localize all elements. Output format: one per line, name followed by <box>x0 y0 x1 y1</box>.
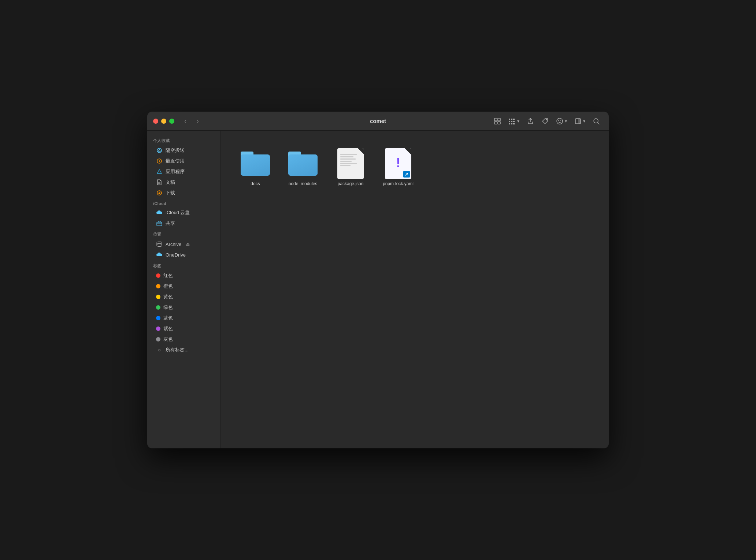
archive-icon <box>156 241 163 247</box>
file-item-node-modules[interactable]: node_modules <box>283 145 323 190</box>
svg-rect-7 <box>509 121 510 122</box>
view-icon-button[interactable] <box>491 115 504 128</box>
docs-icon <box>156 179 163 186</box>
icloud-icon <box>156 209 163 216</box>
file-item-package-json[interactable]: package.json <box>330 145 371 190</box>
sidebar-label-tag-all: 所有标签... <box>166 347 189 353</box>
tag-orange-dot <box>156 284 160 288</box>
svg-rect-6 <box>513 119 515 120</box>
sidebar-item-shared[interactable]: 共享 <box>150 218 217 228</box>
sidebar-label-tag-red: 红色 <box>163 272 173 279</box>
tag-all-icon: ○ <box>156 347 163 353</box>
svg-point-15 <box>558 120 559 121</box>
sidebar-item-tag-purple[interactable]: 紫色 <box>150 324 217 334</box>
svg-point-26 <box>157 242 162 244</box>
svg-rect-2 <box>494 122 497 124</box>
tag-red-dot <box>156 273 160 278</box>
preview-button[interactable]: ▾ <box>571 115 588 128</box>
sidebar-item-downloads[interactable]: 下载 <box>150 188 217 198</box>
json-file-lines <box>340 154 361 166</box>
tag-button[interactable] <box>538 115 552 128</box>
sidebar-item-recents[interactable]: 最近使用 <box>150 156 217 166</box>
svg-rect-10 <box>509 123 510 124</box>
toolbar-right: ▾ ▾ <box>491 115 603 128</box>
titlebar: ‹ › comet <box>147 112 609 131</box>
sidebar-item-tag-orange[interactable]: 橙色 <box>150 281 217 291</box>
sidebar-label-icloud-drive: iCloud 云盘 <box>166 209 190 216</box>
sidebar-item-tag-green[interactable]: 绿色 <box>150 302 217 313</box>
share-button[interactable] <box>524 115 537 128</box>
sidebar-item-archive[interactable]: Archive ⏏ <box>150 239 217 249</box>
sidebar-item-tag-yellow[interactable]: 黄色 <box>150 292 217 302</box>
svg-point-13 <box>546 119 547 120</box>
sidebar-label-downloads: 下载 <box>166 190 175 196</box>
docs-folder-icon <box>241 149 270 178</box>
sidebar-label-onedrive: OneDrive <box>166 252 186 258</box>
airdrop-icon <box>156 147 163 154</box>
tag-blue-dot <box>156 316 160 320</box>
vscode-badge <box>403 171 410 178</box>
sidebar-item-onedrive[interactable]: OneDrive <box>150 250 217 260</box>
file-name-package-json: package.json <box>338 181 364 186</box>
svg-rect-25 <box>157 222 162 226</box>
file-name-node-modules: node_modules <box>289 181 318 186</box>
file-item-pnpm-lock[interactable]: ! pnpm-lock.yaml <box>378 145 418 190</box>
finder-window: ‹ › comet <box>147 112 609 448</box>
search-button[interactable] <box>590 115 603 128</box>
sidebar-item-tag-gray[interactable]: 灰色 <box>150 334 217 344</box>
eject-icon[interactable]: ⏏ <box>186 242 190 247</box>
sidebar-label-tag-purple: 紫色 <box>163 325 173 332</box>
package-json-icon <box>336 149 365 178</box>
sidebar-item-icloud-drive[interactable]: iCloud 云盘 <box>150 208 217 218</box>
file-content-area: docs node_modules <box>220 131 609 448</box>
traffic-lights <box>153 119 174 124</box>
file-item-docs[interactable]: docs <box>235 145 275 190</box>
svg-rect-11 <box>511 123 512 124</box>
sidebar-label-airdrop: 隔空投送 <box>166 147 185 154</box>
svg-rect-5 <box>511 119 512 120</box>
sidebar-item-apps[interactable]: 应用程序 <box>150 167 217 177</box>
pnpm-lock-icon: ! <box>383 149 413 178</box>
section-label-icloud: iCloud <box>147 198 220 207</box>
main-layout: 个人收藏 隔空投送 最近使用 <box>147 131 609 448</box>
maximize-button[interactable] <box>169 119 174 124</box>
back-button[interactable]: ‹ <box>180 116 190 126</box>
svg-rect-4 <box>509 119 510 120</box>
minimize-button[interactable] <box>161 119 166 124</box>
yaml-exclamation: ! <box>396 155 400 171</box>
close-button[interactable] <box>153 119 158 124</box>
onedrive-icon <box>156 251 163 258</box>
section-label-locations: 位置 <box>147 229 220 239</box>
svg-point-19 <box>594 119 598 123</box>
tag-gray-dot <box>156 337 160 341</box>
sidebar-label-docs: 文稿 <box>166 179 175 186</box>
sidebar-item-tag-red[interactable]: 红色 <box>150 270 217 281</box>
sidebar-label-tag-orange: 橙色 <box>163 283 173 290</box>
file-name-pnpm-lock: pnpm-lock.yaml <box>383 181 414 186</box>
view-group-button[interactable]: ▾ <box>505 115 522 128</box>
sidebar-label-archive: Archive <box>166 242 181 247</box>
forward-button[interactable]: › <box>193 116 203 126</box>
sidebar-item-tag-all[interactable]: ○ 所有标签... <box>150 345 217 355</box>
nav-buttons: ‹ › <box>180 116 203 126</box>
svg-rect-3 <box>498 122 500 124</box>
folder-body-2 <box>288 154 318 176</box>
section-label-tags: 标签 <box>147 260 220 270</box>
svg-rect-8 <box>511 121 512 122</box>
tag-purple-dot <box>156 326 160 331</box>
file-name-docs: docs <box>251 181 260 186</box>
sidebar-label-recents: 最近使用 <box>166 158 185 164</box>
section-label-favorites: 个人收藏 <box>147 135 220 145</box>
recents-icon <box>156 158 163 164</box>
sidebar-item-docs[interactable]: 文稿 <box>150 177 217 187</box>
sidebar-label-apps: 应用程序 <box>166 168 185 175</box>
sidebar-label-tag-blue: 蓝色 <box>163 315 173 321</box>
downloads-icon <box>156 190 163 196</box>
sidebar-item-airdrop[interactable]: 隔空投送 <box>150 145 217 156</box>
file-grid: docs node_modules <box>235 145 594 190</box>
svg-point-16 <box>560 120 561 121</box>
sidebar: 个人收藏 隔空投送 最近使用 <box>147 131 220 448</box>
sidebar-item-tag-blue[interactable]: 蓝色 <box>150 313 217 323</box>
emoji-button[interactable]: ▾ <box>553 115 570 128</box>
folder-body <box>241 154 270 176</box>
